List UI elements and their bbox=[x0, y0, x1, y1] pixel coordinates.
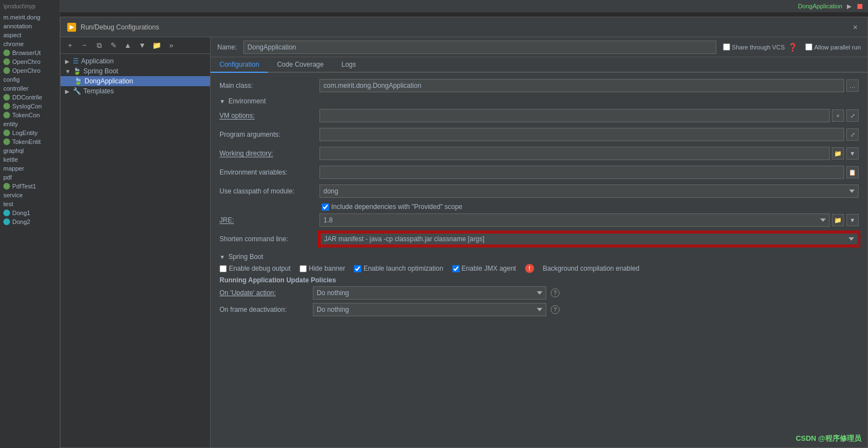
sidebar-item-0[interactable]: m.meirit.dong bbox=[0, 13, 59, 22]
sidebar-item-22[interactable]: Dong1 bbox=[0, 208, 59, 217]
vm-options-add-button[interactable]: + bbox=[832, 109, 844, 122]
sidebar-item-10[interactable]: SyslogCon bbox=[0, 102, 59, 111]
spring-icon: 🍃 bbox=[73, 67, 81, 75]
sidebar-item-1[interactable]: annotation bbox=[0, 22, 59, 31]
allow-parallel-checkbox-label[interactable]: Allow parallel run bbox=[805, 43, 861, 51]
enable-launch-checkbox[interactable] bbox=[354, 265, 361, 272]
env-vars-browse-button[interactable]: 📋 bbox=[846, 166, 859, 178]
green-circle-icon bbox=[3, 67, 10, 74]
dialog-title: Run/Debug Configurations bbox=[81, 23, 850, 31]
include-deps-checkbox[interactable] bbox=[322, 203, 329, 211]
on-frame-help-icon[interactable]: ? bbox=[551, 305, 560, 314]
sidebar-item-8[interactable]: controller bbox=[0, 84, 59, 93]
enable-jmx-checkbox-label[interactable]: Enable JMX agent bbox=[452, 265, 516, 272]
tree-arrow-application: ▶ bbox=[65, 58, 71, 64]
move-down-button[interactable]: ▼ bbox=[136, 39, 148, 52]
share-vcs-checkbox-label[interactable]: Share through VCS bbox=[723, 43, 785, 51]
config-content-area: Main class: … ▼ Environment VM options: bbox=[211, 73, 867, 447]
sidebar-item-20[interactable]: service bbox=[0, 191, 59, 200]
sidebar-item-16[interactable]: kettle bbox=[0, 155, 59, 164]
dialog-title-icon: ▶ bbox=[67, 23, 76, 32]
warning-icon: ! bbox=[525, 264, 534, 273]
working-dir-dropdown-button[interactable]: ▼ bbox=[846, 147, 859, 160]
tab-logs[interactable]: Logs bbox=[332, 57, 365, 73]
sidebar-item-13[interactable]: LogEntity bbox=[0, 128, 59, 137]
tree-item-label-dongapplication: DongApplication bbox=[84, 77, 133, 85]
classpath-select[interactable]: dong bbox=[320, 185, 859, 198]
working-dir-input[interactable] bbox=[320, 147, 830, 160]
hide-banner-checkbox[interactable] bbox=[300, 265, 307, 272]
tree-item-label-templates: Templates bbox=[83, 87, 114, 95]
tree-item-application[interactable]: ▶ ☰ Application bbox=[61, 56, 210, 66]
sidebar-item-6[interactable]: OpenChro bbox=[0, 66, 59, 75]
share-vcs-help-icon[interactable]: ❓ bbox=[788, 43, 797, 52]
enable-jmx-checkbox[interactable] bbox=[452, 265, 460, 272]
classpath-row: Use classpath of module: dong bbox=[220, 184, 859, 198]
program-args-input[interactable] bbox=[320, 128, 844, 141]
sidebar-item-18[interactable]: pdf bbox=[0, 173, 59, 182]
green-circle-icon bbox=[3, 94, 10, 101]
sidebar-item-19[interactable]: PdfTest1 bbox=[0, 182, 59, 191]
jre-select[interactable]: 1.8 bbox=[320, 213, 830, 227]
tree-item-springboot[interactable]: ▼ 🍃 Spring Boot bbox=[61, 66, 210, 76]
enable-debug-checkbox-label[interactable]: Enable debug output bbox=[220, 265, 291, 272]
add-config-button[interactable]: + bbox=[64, 39, 76, 52]
sidebar-item-14[interactable]: TokenEntit bbox=[0, 137, 59, 146]
more-button[interactable]: » bbox=[165, 39, 177, 52]
sidebar-item-15[interactable]: graphql bbox=[0, 146, 59, 155]
sidebar-item-3[interactable]: chrome bbox=[0, 39, 59, 48]
dialog-name-row: Name: Share through VCS ❓ Allow parallel… bbox=[211, 37, 867, 57]
sidebar-item-11[interactable]: TokenCon bbox=[0, 111, 59, 120]
vm-options-input[interactable] bbox=[320, 109, 830, 122]
tree-item-dongapplication[interactable]: 🍃 DongApplication bbox=[61, 76, 210, 86]
name-input[interactable] bbox=[243, 41, 716, 54]
sidebar-item-5[interactable]: OpenChro bbox=[0, 57, 59, 66]
environment-collapse-arrow[interactable]: ▼ bbox=[220, 98, 225, 104]
on-update-help-icon[interactable]: ? bbox=[551, 288, 560, 297]
main-class-browse-button[interactable]: … bbox=[846, 79, 859, 92]
remove-config-button[interactable]: − bbox=[78, 39, 91, 52]
edit-config-button[interactable]: ✎ bbox=[107, 39, 119, 52]
env-vars-control: 📋 bbox=[320, 166, 859, 179]
tree-item-templates[interactable]: ▶ 🔧 Templates bbox=[61, 86, 210, 96]
hide-banner-label: Hide banner bbox=[309, 265, 345, 272]
sidebar-item-7[interactable]: config bbox=[0, 75, 59, 84]
shorten-cmd-select[interactable]: JAR manifest - java -cp classpath.jar cl… bbox=[320, 232, 859, 246]
close-button[interactable]: × bbox=[850, 22, 861, 33]
working-dir-control: 📁 ▼ bbox=[320, 147, 859, 160]
shorten-cmd-label: Shorten command line: bbox=[220, 235, 320, 243]
run-debug-dialog: ▶ Run/Debug Configurations × + − ⧉ ✎ ▲ ▼… bbox=[60, 17, 868, 448]
program-args-expand-button[interactable]: ⤢ bbox=[846, 128, 859, 141]
left-toolbar: + − ⧉ ✎ ▲ ▼ 📁 » bbox=[61, 37, 210, 54]
sidebar-item-21[interactable]: test bbox=[0, 200, 59, 208]
env-vars-input[interactable] bbox=[320, 166, 844, 179]
sidebar-item-12[interactable]: entity bbox=[0, 120, 59, 128]
working-dir-browse-button[interactable]: 📁 bbox=[832, 147, 844, 160]
enable-debug-checkbox[interactable] bbox=[220, 265, 227, 272]
sidebar-item-17[interactable]: mapper bbox=[0, 164, 59, 173]
main-class-input[interactable] bbox=[320, 79, 844, 92]
sidebar-item-2[interactable]: aspect bbox=[0, 31, 59, 39]
tab-configuration[interactable]: Configuration bbox=[211, 57, 268, 73]
copy-config-button[interactable]: ⧉ bbox=[93, 39, 105, 52]
allow-parallel-checkbox[interactable] bbox=[805, 43, 812, 51]
enable-launch-checkbox-label[interactable]: Enable launch optimization bbox=[354, 265, 443, 272]
spring-boot-collapse-arrow[interactable]: ▼ bbox=[220, 254, 225, 260]
sidebar-item-4[interactable]: BrowserUt bbox=[0, 48, 59, 57]
jre-dropdown-button[interactable]: ▼ bbox=[846, 214, 859, 226]
on-frame-select[interactable]: Do nothing bbox=[313, 303, 546, 316]
on-update-label: On 'Update' action: bbox=[220, 289, 308, 297]
sidebar-item-23[interactable]: Dong2 bbox=[0, 217, 59, 226]
vm-options-expand-button[interactable]: ⤢ bbox=[846, 109, 859, 122]
jre-browse-button[interactable]: 📁 bbox=[832, 214, 844, 226]
on-update-select[interactable]: Do nothing bbox=[313, 286, 546, 300]
tab-code-coverage[interactable]: Code Coverage bbox=[268, 57, 332, 73]
working-dir-row: Working directory: 📁 ▼ bbox=[220, 146, 859, 161]
move-up-button[interactable]: ▲ bbox=[122, 39, 134, 52]
share-vcs-checkbox[interactable] bbox=[723, 43, 730, 51]
main-class-label: Main class: bbox=[220, 82, 320, 89]
folder-button[interactable]: 📁 bbox=[151, 39, 163, 52]
hide-banner-checkbox-label[interactable]: Hide banner bbox=[300, 265, 345, 272]
on-update-select-wrapper: Do nothing bbox=[313, 286, 546, 300]
sidebar-item-9[interactable]: DDContrlle bbox=[0, 93, 59, 102]
